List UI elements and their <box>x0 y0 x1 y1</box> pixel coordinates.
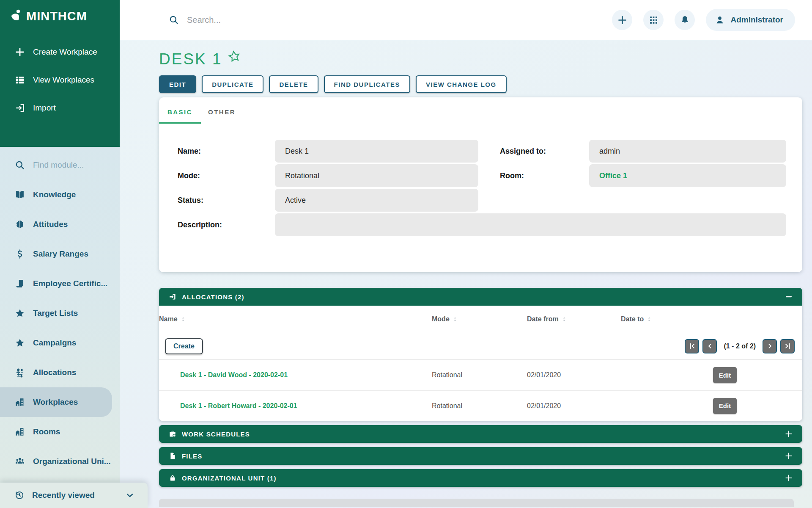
building-icon <box>14 397 25 408</box>
sidebar-module-item[interactable]: Attitudes <box>0 210 120 239</box>
sidebar-module-label: Rooms <box>33 427 60 436</box>
collapsed-panel-bar[interactable]: WORK SCHEDULES <box>159 425 802 443</box>
favorite-star-icon[interactable] <box>226 48 242 64</box>
recently-viewed-label: Recently viewed <box>32 491 95 500</box>
action-button[interactable]: EDIT <box>159 75 196 93</box>
sidebar-module-item[interactable]: Rooms <box>0 417 120 447</box>
allocation-date-from: 02/01/2020 <box>527 402 621 410</box>
allocation-name-link[interactable]: Desk 1 - Robert Howard - 2020-02-01 <box>180 402 297 409</box>
column-header[interactable]: Name <box>159 315 432 323</box>
collapsed-panel-title: WORK SCHEDULES <box>182 431 250 438</box>
edit-allocation-button[interactable]: Edit <box>713 398 737 414</box>
plus-icon <box>14 47 25 58</box>
page-title-row: DESK 1 <box>159 51 802 67</box>
sidebar-primary-section: MINTHCM Create Workplace View Workplaces <box>0 0 120 147</box>
collapsed-panel-title: FILES <box>182 453 203 460</box>
sidebar-modules-nav: Knowledge Attitudes Salary Ranges <box>0 180 120 476</box>
allocation-row: Desk 1 - David Wood - 2020-02-01 Rotatio… <box>159 360 802 390</box>
briefcase-clock-icon <box>168 430 177 438</box>
bell-icon <box>680 15 690 25</box>
logo[interactable]: MINTHCM <box>0 8 120 24</box>
allocation-mode: Rotational <box>432 371 527 379</box>
search-input[interactable] <box>187 15 365 25</box>
global-search <box>168 14 612 25</box>
history-icon <box>14 490 25 500</box>
sidebar-module-label: Organizational Uni... <box>33 457 111 466</box>
sidebar-primary-item[interactable]: Import <box>0 94 120 122</box>
sidebar-module-item[interactable]: Knowledge <box>0 180 120 210</box>
field-mode-value: Rotational <box>275 164 478 187</box>
field-room-label: Room: <box>478 164 589 187</box>
certificate-icon <box>14 278 25 289</box>
collapsed-panel-bar[interactable]: ORGANIZATIONAL UNIT (1) <box>159 469 802 487</box>
people-group-icon <box>14 456 25 467</box>
page-content: DESK 1 EDIT DUPLICATE DELETE FIND DUPLIC… <box>120 40 812 508</box>
action-button[interactable]: DELETE <box>269 75 318 93</box>
sidebar-module-item[interactable]: Workplaces <box>0 387 112 417</box>
expand-plus-icon[interactable] <box>785 452 793 460</box>
search-icon <box>168 14 179 25</box>
topbar-actions: Administrator <box>612 9 795 31</box>
quick-create-button[interactable] <box>612 10 632 30</box>
sidebar-item-label: View Workplaces <box>33 75 94 85</box>
notifications-button[interactable] <box>675 10 695 30</box>
collapse-minus-icon[interactable] <box>785 293 793 301</box>
find-module-input[interactable] <box>33 160 105 170</box>
chevron-down-icon[interactable] <box>125 490 135 500</box>
create-allocation-button[interactable]: Create <box>165 338 203 354</box>
sort-icon <box>452 316 458 323</box>
brain-icon <box>14 219 25 230</box>
star-icon <box>14 337 25 348</box>
previous-page-button[interactable] <box>702 339 717 353</box>
file-icon <box>168 452 177 460</box>
building-icon <box>14 426 25 437</box>
field-description-label: Description: <box>178 213 275 236</box>
sidebar-primary-item[interactable]: View Workplaces <box>0 66 120 94</box>
sort-icon <box>180 316 187 323</box>
record-actions: EDIT DUPLICATE DELETE FIND DUPLICATES VI… <box>159 75 802 93</box>
apps-menu-button[interactable] <box>643 10 664 30</box>
import-icon <box>14 102 25 113</box>
next-page-button[interactable] <box>763 339 777 353</box>
allocation-mode: Rotational <box>432 402 527 410</box>
allocation-name-link[interactable]: Desk 1 - David Wood - 2020-02-01 <box>180 371 288 378</box>
first-page-button[interactable] <box>685 339 699 353</box>
sidebar-modules-section: Knowledge Attitudes Salary Ranges <box>0 147 120 476</box>
action-button[interactable]: DUPLICATE <box>202 75 263 93</box>
people-swap-icon <box>14 367 25 378</box>
sidebar-module-item[interactable]: Campaigns <box>0 328 120 358</box>
expand-plus-icon[interactable] <box>785 474 793 482</box>
sidebar-module-item[interactable]: Salary Ranges <box>0 239 120 269</box>
user-menu[interactable]: Administrator <box>706 9 795 31</box>
sidebar-primary-nav: Create Workplace View Workplaces Import <box>0 38 120 122</box>
recently-viewed-bar[interactable]: Recently viewed <box>0 483 148 508</box>
detail-tab[interactable]: OTHER <box>201 108 243 124</box>
detail-card: BASIC OTHER Name: Desk 1 Assigned to: ad… <box>159 97 802 272</box>
sidebar-primary-item[interactable]: Create Workplace <box>0 38 120 66</box>
action-button[interactable]: VIEW CHANGE LOG <box>416 75 507 93</box>
page-next-icon <box>766 342 774 350</box>
detail-tab[interactable]: BASIC <box>159 108 201 124</box>
sidebar-module-item[interactable]: Organizational Uni... <box>0 447 120 476</box>
collapsed-panels: WORK SCHEDULES FILES ORGANIZATIONAL UNIT… <box>159 425 802 487</box>
sort-icon <box>646 316 653 323</box>
sidebar-module-item[interactable]: Employee Certific... <box>0 269 120 298</box>
allocations-panel-header[interactable]: ALLOCATIONS (2) <box>159 288 802 306</box>
sidebar-module-item[interactable]: Allocations <box>0 358 120 387</box>
column-header[interactable]: Date from <box>527 315 621 323</box>
column-header[interactable]: Mode <box>432 315 527 323</box>
allocations-panel-title: ALLOCATIONS (2) <box>182 293 244 301</box>
action-button[interactable]: FIND DUPLICATES <box>324 75 410 93</box>
column-header[interactable]: Date to <box>621 315 701 323</box>
sidebar-module-item[interactable]: Target Lists <box>0 298 120 328</box>
field-room-link[interactable]: Office 1 <box>589 164 786 187</box>
sign-in-icon <box>168 293 177 301</box>
last-page-button[interactable] <box>780 339 795 353</box>
next-panel-partial <box>159 499 794 507</box>
allocations-toolbar: Create (1 - 2 of 2) <box>159 333 802 360</box>
expand-plus-icon[interactable] <box>785 430 793 438</box>
edit-allocation-button[interactable]: Edit <box>713 367 737 383</box>
collapsed-panel-bar[interactable]: FILES <box>159 447 802 465</box>
search-icon <box>14 160 25 171</box>
sidebar-item-label: Import <box>33 103 56 113</box>
